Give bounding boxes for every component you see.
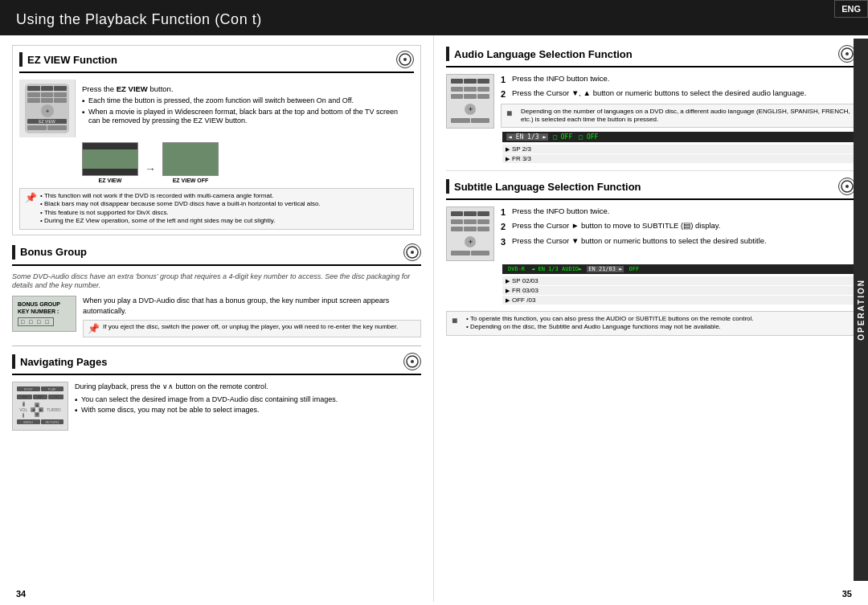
remote-return: RETURN xyxy=(41,419,64,424)
remote-btn xyxy=(477,211,489,216)
remote-btn xyxy=(464,219,476,224)
remote-btn xyxy=(464,211,476,216)
audio-remote-graphic: ✛ xyxy=(446,74,494,129)
remote-control-graphic: ✛ EZ VIEW xyxy=(25,84,69,133)
remote-btn xyxy=(471,118,490,123)
remote-dpad: ✛ xyxy=(41,104,54,117)
audio-seg-off2: □ OFF xyxy=(577,133,600,141)
remote-pause: ⏸ xyxy=(48,394,63,399)
remote-next: ▶▶ xyxy=(33,394,48,399)
remote-btn xyxy=(54,92,67,97)
ez-view-notes: 📌 • This function will not work if the D… xyxy=(19,188,414,230)
svg-point-3 xyxy=(411,251,414,254)
remote-btn xyxy=(451,251,470,255)
page-number-right: 35 xyxy=(842,589,852,599)
audio-seg-off1: □ OFF xyxy=(551,133,574,141)
bonus-text: When you play a DVD-Audio disc that has … xyxy=(83,296,421,337)
remote-prev: ◀◀ xyxy=(17,394,32,399)
audio-steps: 1 Press the INFO button twice. 2 Press t… xyxy=(501,74,856,100)
language-badge: ENG xyxy=(834,0,868,18)
nav-pages-heading: Navigating Pages xyxy=(20,356,107,368)
remote-menu: MENU xyxy=(17,419,40,424)
ez-view-content: ✛ EZ VIEW Press the EZ VIEW xyxy=(19,80,414,137)
remote-stop: STOP xyxy=(17,386,40,391)
bonus-note-text: If you eject the disc, switch the power … xyxy=(103,323,398,334)
subtitle-step-2: 2 Press the Cursor ► button to move to S… xyxy=(501,221,856,232)
audio-display-area: ◄ EN 1/3 ► □ OFF □ OFF ▶ SP 2/3 ▶ FR 3/3 xyxy=(502,132,856,163)
bonus-screen-display: BONUS GROUP KEY NUMBER : □ □ □ □ xyxy=(12,296,76,332)
title-bar xyxy=(12,354,15,369)
bullet-icon: ▶ xyxy=(506,146,510,153)
remote-btn xyxy=(54,98,67,103)
remote-down: ▼ xyxy=(35,412,39,417)
remote-btn xyxy=(464,227,476,231)
nav-bullets: You can select the desired image from a … xyxy=(75,395,421,415)
bonus-group-section: Bonus Group Some DVD-Audio discs have an… xyxy=(12,243,421,338)
note-item: • Black bars may not disappear because s… xyxy=(40,200,321,208)
nav-text: During playback, press the ∨∧ button on … xyxy=(75,382,421,417)
remote-play: PLAY xyxy=(41,386,64,391)
left-column: EZ VIEW Function xyxy=(0,35,434,602)
sub-seg-dvd: DVD-R xyxy=(506,266,526,272)
remote-btn-ezview: EZ VIEW xyxy=(27,119,67,124)
section-divider xyxy=(12,345,421,346)
note-icon: 📌 xyxy=(88,323,100,334)
bonus-main-content: BONUS GROUP KEY NUMBER : □ □ □ □ When yo… xyxy=(12,296,421,337)
subtitle-step-1: 1 Press the INFO button twice. xyxy=(501,206,856,218)
subtitle-notes: ■ • To operate this function, you can al… xyxy=(446,311,856,336)
remote-btn xyxy=(477,219,489,224)
audio-language-section: Audio Language Selection Function xyxy=(446,45,856,171)
remote-btn xyxy=(464,94,476,99)
note-item: • This feature is not supported for DivX… xyxy=(40,209,321,217)
remote-btn xyxy=(477,94,489,99)
svg-point-7 xyxy=(845,52,849,55)
remote-btn xyxy=(451,87,463,92)
operation-label: OPERATION xyxy=(857,279,866,341)
remote-btn xyxy=(27,92,40,97)
nav-remote-graphic: STOP PLAY ◀◀ ▶▶ ⏸ + VOL - xyxy=(12,382,68,431)
ezview-screens: EZ VIEW → EZ VIEW OFF xyxy=(19,142,414,183)
dvd-icon xyxy=(396,51,414,68)
dvd-icon xyxy=(403,243,421,261)
audio-option-fr: ▶ FR 3/3 xyxy=(502,154,856,163)
nav-main-text: During playback, press the ∨∧ button on … xyxy=(75,382,421,392)
svg-point-5 xyxy=(411,360,414,363)
ez-view-text: Press the EZ VIEW button. Each time the … xyxy=(76,80,414,137)
ezview-off-screen: EZ VIEW OFF xyxy=(162,142,219,183)
remote-btn xyxy=(41,98,54,103)
ez-view-section: EZ VIEW Function xyxy=(12,45,421,235)
right-column: Audio Language Selection Function xyxy=(434,35,868,602)
list-item: You can select the desired image from a … xyxy=(75,395,421,405)
bonus-screen-label1: BONUS GROUP xyxy=(18,301,71,307)
bonus-key-display: □ □ □ □ xyxy=(18,317,54,326)
button-name: EZ VIEW xyxy=(117,84,148,93)
nav-main-content: STOP PLAY ◀◀ ▶▶ ⏸ + VOL - xyxy=(12,382,421,431)
subtitle-option-fr: ▶ FR 03/03 xyxy=(502,286,856,295)
operation-sidebar: OPERATION xyxy=(854,39,868,581)
page-number-left: 34 xyxy=(16,589,26,599)
note-text: • This function will not work if the DVD… xyxy=(40,192,321,226)
ezview-on-screen: EZ VIEW xyxy=(82,142,138,183)
audio-step-1: 1 Press the INFO button twice. xyxy=(501,74,856,85)
remote-btn xyxy=(27,125,47,130)
audio-step-2: 2 Press the Cursor ▼, ▲ button or numeri… xyxy=(501,88,856,100)
subtitle-step-3: 3 Press the Cursor ▼ button or numeric b… xyxy=(501,236,856,247)
title-bar xyxy=(446,179,449,194)
nav-pages-title: Navigating Pages xyxy=(12,353,421,375)
ezview-off-label: EZ VIEW OFF xyxy=(162,178,219,183)
bonus-main-text: When you play a DVD-Audio disc that has … xyxy=(83,296,421,316)
subtitle-steps-area: 1 Press the INFO button twice. 2 Press t… xyxy=(501,206,856,251)
subtitle-option-sp: ▶ SP 02/03 xyxy=(502,276,856,285)
audio-language-heading: Audio Language Selection Function xyxy=(454,48,633,60)
subtitle-language-heading: Subtitle Language Selection Function xyxy=(454,181,641,193)
bonus-note: 📌 If you eject the disc, switch the powe… xyxy=(83,320,421,337)
page-title: Using the Playback Function (Con t) xyxy=(16,8,262,29)
sub-seg-off: OFF xyxy=(627,266,641,272)
title-bar xyxy=(446,47,449,61)
note-icon: ■ xyxy=(452,315,463,332)
list-item: When a movie is played in Widescreen for… xyxy=(82,108,407,126)
audio-option-sp: ▶ SP 2/3 xyxy=(502,145,856,153)
remote-btn xyxy=(47,125,67,130)
bonus-group-heading: Bonus Group xyxy=(20,246,87,258)
ez-view-heading: EZ VIEW Function xyxy=(27,54,117,66)
